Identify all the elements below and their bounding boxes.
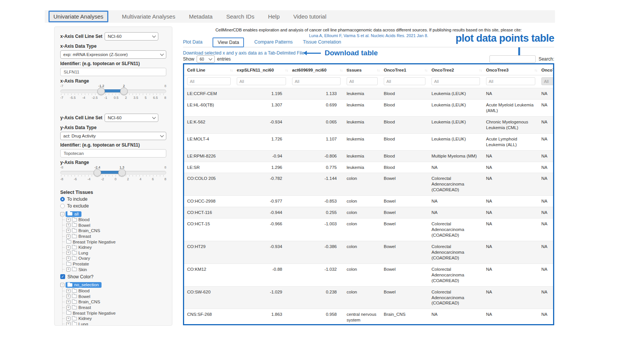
x-data-type-select[interactable]: exp: mRNA Expression (Z-Score) <box>60 50 166 59</box>
column-header-oncotree2[interactable]: OncoTree2↑↓ <box>428 64 483 75</box>
tab-view-data[interactable]: View Data <box>213 37 244 47</box>
expand-icon[interactable]: + <box>66 256 70 261</box>
column-filter-input-tissues[interactable] <box>347 77 378 85</box>
folder-icon <box>67 212 72 215</box>
tree-item-prostate[interactable]: Prostate <box>63 261 166 267</box>
sort-icon[interactable]: ↑↓ <box>479 68 482 72</box>
column-header-expslfn11-nci60[interactable]: expSLFN11_nci60↑↓ <box>234 64 289 75</box>
column-filter-input-expslfn11-nci60[interactable] <box>237 77 286 85</box>
collapse-icon[interactable]: − <box>60 212 64 216</box>
tree-item-skin[interactable]: +Skin <box>63 267 166 272</box>
y-identifier-input[interactable] <box>60 149 166 158</box>
sort-icon[interactable]: ↑↓ <box>230 68 233 72</box>
expand-icon[interactable]: + <box>66 251 70 255</box>
search-input[interactable] <box>489 55 536 63</box>
show-color-label: Show Color? <box>67 274 94 279</box>
y-range-slider[interactable]: -88-2.41.3-8-6-4-202468 <box>60 165 166 181</box>
radio-selected-icon <box>60 197 65 201</box>
expand-icon[interactable]: + <box>66 234 70 239</box>
column-header-cell-line[interactable]: Cell Line↑↓ <box>184 64 234 75</box>
sort-icon[interactable]: ↑↓ <box>535 68 538 72</box>
x-identifier-label: Identifier: (e.g. topotecan or SLFN11) <box>60 61 166 67</box>
expand-icon[interactable]: + <box>66 267 70 272</box>
nav-item-video-tutorial[interactable]: Video tutorial <box>293 13 326 20</box>
tree-item-breast[interactable]: +Breast <box>63 305 166 311</box>
sort-icon[interactable]: ↑↓ <box>425 68 428 72</box>
x-identifier-input[interactable] <box>60 68 166 76</box>
tree-item-lung[interactable]: +Lung <box>63 250 166 256</box>
slider-tick-label: -2 <box>101 177 104 181</box>
sort-icon[interactable]: ↑↓ <box>285 68 288 72</box>
tree-item-brain-cns[interactable]: +Brain_CNS <box>63 228 166 234</box>
collapse-icon[interactable]: − <box>60 283 64 287</box>
expand-icon[interactable]: + <box>66 306 70 310</box>
expand-icon[interactable]: + <box>66 317 70 321</box>
column-header-oncotree4[interactable]: OncoTree4↑↓ <box>538 64 554 75</box>
expand-icon[interactable]: + <box>66 300 70 304</box>
column-filter-input-oncotree1[interactable] <box>384 77 425 85</box>
column-header-act609699-nci60[interactable]: act609699_nci60↑↓ <box>289 64 344 75</box>
tree-item-kidney[interactable]: +Kidney <box>63 316 166 321</box>
tree-item-breast-triple-negative[interactable]: Breast Triple Negative <box>63 310 166 316</box>
cell: 1.863 <box>234 309 289 325</box>
tree-root-all[interactable]: all <box>66 211 81 217</box>
chevron-down-icon <box>152 34 156 38</box>
column-filter-input-cell-line[interactable] <box>187 77 231 85</box>
slider-tick-labels: -7-5.5-4-2.5-10.523.556.58 <box>60 96 166 100</box>
nav-item-search-ids[interactable]: Search IDs <box>226 13 254 20</box>
cell: NA <box>428 196 483 207</box>
tree-item-bowel[interactable]: +Bowel <box>63 223 166 228</box>
expand-icon[interactable]: + <box>66 229 70 233</box>
tree-root-no_selection[interactable]: no_selection <box>66 282 102 288</box>
x-range-slider[interactable]: -78-1.22-7-5.5-4-2.5-10.523.556.58 <box>60 84 166 100</box>
y-cell-line-set-select[interactable]: NCI-60 <box>105 114 158 122</box>
tree-item-blood[interactable]: +Blood <box>63 288 166 294</box>
tree-item-blood[interactable]: +Blood <box>63 217 166 223</box>
tab-compare-patterns[interactable]: Compare Patterns <box>254 39 292 45</box>
column-filter-input-oncotree3[interactable] <box>486 77 535 85</box>
data-points-table: Cell Line↑↓expSLFN11_nci60↑↓act609699_nc… <box>184 64 554 325</box>
nav-item-univariate-analyses[interactable]: Univariate Analyses <box>48 11 108 22</box>
column-header-oncotree3[interactable]: OncoTree3↑↓ <box>483 64 538 75</box>
expand-icon[interactable]: + <box>66 218 70 222</box>
tree-item-ovary[interactable]: +Ovary <box>63 256 166 261</box>
tree-item-lung[interactable]: +Lung <box>63 321 166 326</box>
nav-item-help[interactable]: Help <box>268 13 280 20</box>
radio-to-exclude[interactable]: To exclude <box>60 203 166 209</box>
tab-plot-data[interactable]: Plot Data <box>183 39 202 45</box>
filter-row <box>184 75 554 88</box>
cell: colon <box>344 241 381 264</box>
expand-icon[interactable]: + <box>66 294 70 298</box>
tree-item-label: Blood <box>78 289 89 293</box>
expand-icon[interactable]: + <box>66 223 70 227</box>
tree-item-kidney[interactable]: +Kidney <box>63 245 166 250</box>
column-header-oncotree1[interactable]: OncoTree1↑↓ <box>381 64 428 75</box>
column-header-tissues[interactable]: tissues↑↓ <box>344 64 381 75</box>
nav-item-metadata[interactable]: Metadata <box>189 13 213 20</box>
tree-item-breast[interactable]: +Breast <box>63 234 166 239</box>
expand-icon[interactable]: + <box>66 322 70 326</box>
column-filter-input-act609699-nci60[interactable] <box>292 77 341 85</box>
cell: NA <box>538 173 554 196</box>
x-cell-line-set-select[interactable]: NCI-60 <box>105 32 158 41</box>
expand-icon[interactable]: + <box>66 245 70 250</box>
slider-ticks <box>61 175 166 176</box>
nav-item-multivariate-analyses[interactable]: Multivariate Analyses <box>122 13 175 20</box>
cell: -0.934 <box>234 116 289 133</box>
entries-select[interactable]: 60 <box>197 55 215 63</box>
column-filter-input-oncotree2[interactable] <box>431 77 480 85</box>
cell: CO:HT29 <box>184 241 234 264</box>
expand-icon[interactable]: + <box>66 289 70 293</box>
show-color-checkbox-row[interactable]: ✓ Show Color? <box>60 273 166 281</box>
cell: Bowel <box>381 264 428 286</box>
tree-item-breast-triple-negative[interactable]: Breast Triple Negative <box>63 239 166 245</box>
sort-icon[interactable]: ↑↓ <box>377 68 380 72</box>
sort-icon[interactable]: ↑↓ <box>340 68 343 72</box>
column-filter-input-oncotree4[interactable] <box>541 77 554 85</box>
tree-item-brain-cns[interactable]: +Brain_CNS <box>63 299 166 305</box>
y-data-type-select[interactable]: act: Drug Activity <box>60 132 166 140</box>
download-tab-delimited-link[interactable]: Download selected x and y axis data as a… <box>183 50 304 56</box>
tree-item-bowel[interactable]: +Bowel <box>63 294 166 300</box>
tab-tissue-correlation[interactable]: Tissue Correlation <box>303 39 341 45</box>
radio-to-include[interactable]: To include <box>60 196 166 203</box>
